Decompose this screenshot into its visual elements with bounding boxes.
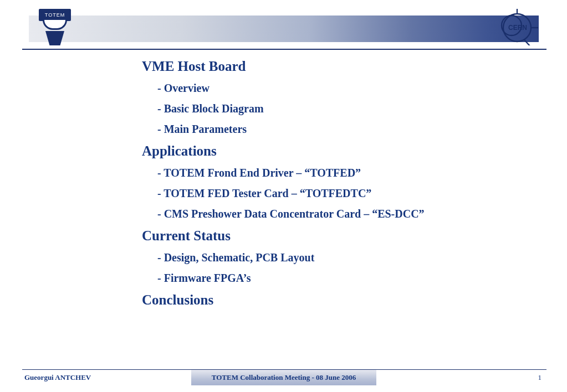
outline-item: - Firmware FPGA’s bbox=[157, 272, 519, 285]
section-heading: Current Status bbox=[142, 228, 519, 244]
outline-item: - Main Parameters bbox=[157, 123, 519, 136]
cern-logo-text: CERN bbox=[508, 24, 527, 32]
header-gradient-band bbox=[29, 16, 539, 42]
totem-logo-label: TOTEM bbox=[39, 9, 71, 21]
outline-item: - Basic Block Diagram bbox=[157, 102, 519, 115]
outline-item: - TOTEM FED Tester Card – “TOTFEDTC” bbox=[157, 187, 519, 200]
totem-logo: TOTEM bbox=[38, 9, 72, 49]
footer-meeting-band: TOTEM Collaboration Meeting - 08 June 20… bbox=[191, 370, 376, 385]
section-heading: Applications bbox=[142, 143, 519, 159]
cern-logo: CERN bbox=[489, 9, 538, 45]
header-divider bbox=[22, 49, 546, 50]
section-heading: VME Host Board bbox=[142, 59, 519, 74]
outline-item: - Overview bbox=[157, 82, 519, 95]
totem-logo-shape-bottom bbox=[45, 31, 64, 45]
outline-item: - CMS Preshower Data Concentrator Card –… bbox=[157, 208, 519, 220]
section-heading: Conclusions bbox=[142, 292, 519, 308]
outline-content: VME Host Board - Overview - Basic Block … bbox=[142, 59, 519, 310]
outline-item: - TOTEM Frond End Driver – “TOTFED” bbox=[157, 167, 519, 179]
footer-page-number: 1 bbox=[538, 373, 542, 382]
footer-author: Gueorgui ANTCHEV bbox=[24, 373, 91, 382]
svg-line-4 bbox=[524, 39, 530, 45]
outline-item: - Design, Schematic, PCB Layout bbox=[157, 251, 519, 264]
totem-logo-shape bbox=[43, 20, 67, 30]
